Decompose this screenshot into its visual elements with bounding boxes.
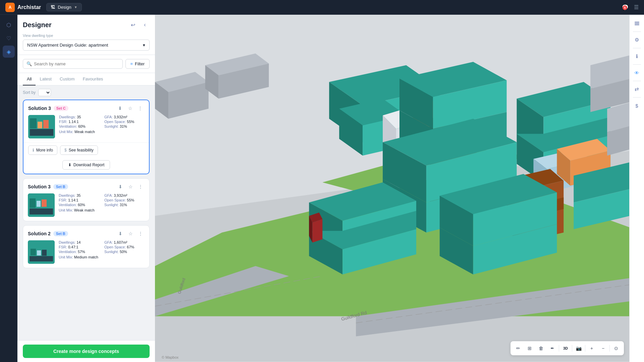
rt-settings-icon[interactable]: ⚙ (631, 34, 643, 46)
svg-rect-8 (37, 201, 41, 207)
stats-grid-3: Dwellings: 14 GFA: 1,607m² FSR: 0.47:1 (59, 240, 145, 254)
star-solution-button[interactable]: ☆ (126, 104, 134, 112)
more-options-3-button[interactable]: ⋮ (137, 230, 145, 238)
more-options-button[interactable]: ⋮ (136, 104, 144, 112)
stats-grid-2: Dwellings: 35 GFA: 3,932m² FSR: 1.14:1 (59, 193, 145, 207)
pencil-tool-button[interactable]: ✏ (513, 343, 523, 353)
stat-open-space-2: Open Space: 55% (104, 198, 145, 202)
collapse-panel-button[interactable]: ‹ (140, 20, 150, 29)
locate-button[interactable]: ⊙ (611, 343, 621, 353)
stat-ventilation: Ventilation: 60% (59, 124, 99, 128)
rt-divider-5 (633, 97, 641, 98)
unit-mix: Unit Mix: Weak match (59, 130, 144, 134)
zoom-in-button[interactable]: + (587, 343, 597, 353)
rt-info-icon[interactable]: ℹ (631, 50, 643, 62)
download-solution-2-button[interactable]: ⬇ (116, 183, 124, 191)
dropdown-arrow-icon: ▾ (143, 43, 145, 48)
mode-dropdown[interactable]: 🏗 Design ▼ (46, 3, 82, 11)
solution-actions: ⬇ ☆ ⋮ (116, 104, 144, 112)
stat-ventilation-2: Ventilation: 60% (59, 203, 99, 207)
set-badge: Set C (54, 106, 68, 111)
info-icon: ℹ (33, 148, 34, 153)
solutions-list: Solution 3 Set C ⬇ ☆ ⋮ (17, 100, 155, 340)
svg-rect-15 (42, 250, 47, 256)
solution-header: Solution 3 Set C ⬇ ☆ ⋮ (23, 100, 149, 115)
chat-icon[interactable]: 💬 (622, 4, 629, 10)
trash-tool-button[interactable]: 🗑 (536, 343, 546, 353)
tab-favourites[interactable]: Favourites (79, 73, 107, 85)
rt-share-icon[interactable]: ⇄ (631, 83, 643, 95)
rt-divider-1 (633, 32, 641, 32)
create-concepts-button[interactable]: Create more design concepts (23, 345, 150, 358)
stat-dwellings: Dwellings: 35 (59, 115, 99, 119)
stat-sunlight: Sunlight: 31% (104, 124, 144, 128)
solution-card-sol3-setc: Solution 3 Set C ⬇ ☆ ⋮ (23, 100, 150, 174)
tab-custom[interactable]: Custom (56, 73, 79, 85)
sort-select[interactable] (38, 89, 51, 96)
stat-sunlight-2: Sunlight: 31% (104, 203, 145, 207)
zoom-out-button[interactable]: − (598, 343, 608, 353)
more-info-button[interactable]: ℹ More info (28, 145, 57, 155)
tab-latest[interactable]: Latest (36, 73, 55, 85)
map-area[interactable]: Guildford Rd Guildford © Mapbox ✏ ⊞ 🗑 ✒ … (155, 15, 644, 362)
rt-divider-2 (633, 48, 641, 48)
stat-sunlight-3: Sunlight: 50% (104, 250, 145, 254)
solution-body-3: Dwellings: 14 GFA: 1,607m² FSR: 0.47:1 (23, 240, 149, 268)
panel-header: Designer ↩ ‹ View dwelling type NSW Apar… (17, 15, 155, 55)
sidebar-item-favorites[interactable]: ♡ (3, 32, 15, 44)
svg-rect-3 (43, 120, 49, 128)
solution-card-sol2-setb: Solution 2 Set B ⬇ ☆ ⋮ (23, 225, 150, 268)
rt-layers-icon[interactable] (631, 17, 643, 29)
grid-tool-button[interactable]: ⊞ (525, 343, 535, 353)
svg-rect-14 (37, 250, 41, 255)
solution-thumbnail-2 (28, 193, 55, 217)
stat-dwellings-3: Dwellings: 14 (59, 240, 99, 244)
rt-eye-icon[interactable]: 👁 (631, 67, 643, 79)
stats-grid: Dwellings: 35 GFA: 3,932m² FSR: 1.14:1 (59, 115, 144, 128)
left-sidebar: ⬡ ♡ ◈ (0, 15, 17, 362)
svg-rect-10 (48, 203, 52, 209)
camera-button[interactable]: 📷 (574, 343, 584, 353)
search-box: 🔍 (23, 59, 123, 69)
see-feasibility-button[interactable]: $ See feasibility (60, 145, 98, 155)
download-report-button[interactable]: ⬇ Download Report (62, 160, 110, 170)
panel-title-row: Designer ↩ ‹ (23, 20, 150, 29)
solution-title: Solution 3 (28, 106, 51, 111)
download-solution-button[interactable]: ⬇ (116, 104, 124, 112)
toolbar-divider-4 (609, 345, 610, 352)
solution-title-area-2: Solution 3 Set B (28, 184, 68, 189)
sidebar-item-design[interactable]: ◈ (3, 46, 15, 58)
stat-fsr-2: FSR: 1.14:1 (59, 198, 99, 202)
tab-all[interactable]: All (23, 73, 36, 85)
star-solution-2-button[interactable]: ☆ (126, 183, 135, 191)
3d-mode-button[interactable]: 3D (560, 343, 571, 353)
svg-rect-110 (635, 23, 639, 24)
stat-dwellings-2: Dwellings: 35 (59, 193, 99, 197)
back-button[interactable]: ↩ (128, 20, 138, 29)
toolbar-divider-1 (559, 345, 559, 352)
svg-rect-1 (30, 118, 37, 128)
set-badge-3: Set B (53, 231, 68, 236)
more-options-2-button[interactable]: ⋮ (137, 183, 145, 191)
dwelling-dropdown[interactable]: NSW Apartment Design Guide: apartment ▾ (23, 40, 150, 51)
filter-icon: ≡ (130, 61, 133, 66)
more-info-label: More info (36, 148, 53, 153)
mode-label: Design (58, 5, 71, 10)
solution-thumbnail (28, 115, 55, 138)
menu-icon[interactable]: ☰ (634, 4, 639, 10)
rt-dollar-icon[interactable]: $ (631, 100, 643, 112)
mapbox-brand: © Mapbox (162, 355, 178, 359)
solution-stats-3: Dwellings: 14 GFA: 1,607m² FSR: 0.47:1 (59, 240, 145, 264)
filter-button[interactable]: ≡ Filter (125, 59, 150, 69)
pen-tool-button[interactable]: ✒ (547, 343, 557, 353)
sidebar-item-home[interactable]: ⬡ (3, 19, 15, 31)
svg-rect-16 (48, 251, 52, 256)
see-feasibility-label: See feasibility (69, 148, 94, 153)
svg-rect-9 (42, 199, 47, 207)
stat-fsr-3: FSR: 0.47:1 (59, 245, 99, 249)
star-solution-3-button[interactable]: ☆ (126, 230, 135, 238)
search-input[interactable] (34, 61, 119, 66)
download-solution-3-button[interactable]: ⬇ (116, 230, 124, 238)
unit-mix-3: Unit Mix: Medium match (59, 255, 145, 259)
map-scene (155, 15, 644, 362)
